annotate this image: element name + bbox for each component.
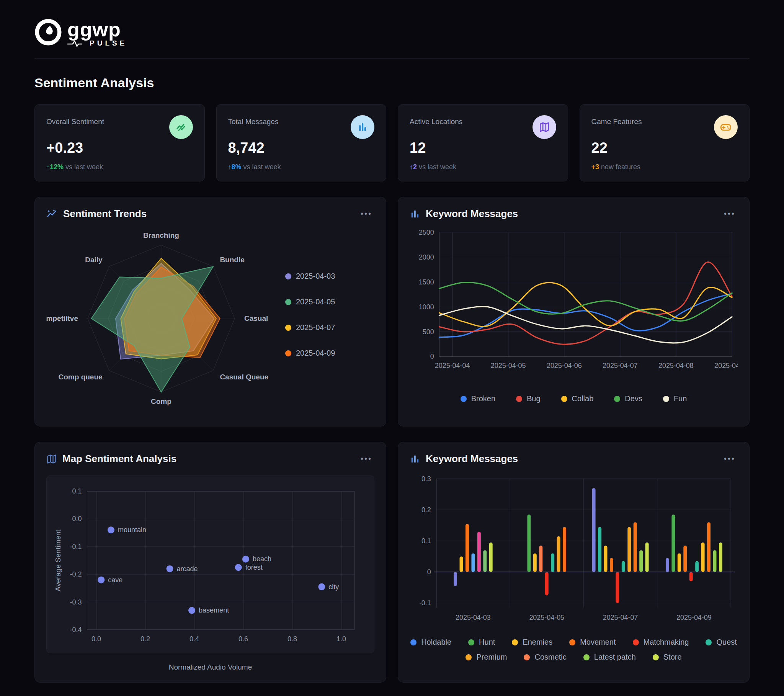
bar-legend-item-Hunt[interactable]: Hunt xyxy=(468,638,495,647)
radar-legend-item-2025-04-03[interactable]: 2025-04-03 xyxy=(285,272,335,280)
page-title: Sentiment Analysis xyxy=(35,76,749,90)
y-tick-label: -0.1 xyxy=(419,599,431,607)
legend-label: 2025-04-05 xyxy=(296,297,335,306)
bar-legend-item-Store[interactable]: Store xyxy=(653,653,682,661)
stat-label: Total Messages xyxy=(228,115,279,126)
stat-value: 12 xyxy=(410,140,556,156)
stat-label: Game Features xyxy=(591,115,642,126)
scatter-point-beach[interactable] xyxy=(242,556,249,562)
stat-value: 22 xyxy=(591,140,738,156)
line-chart: 050010001500200025002025-04-042025-04-05… xyxy=(410,224,738,384)
sentiment-trends-menu-button[interactable]: ••• xyxy=(358,208,374,220)
legend-dot-icon xyxy=(285,325,292,331)
y-tick-label: 0.2 xyxy=(422,506,431,514)
panel-title-map-sentiment: Map Sentiment Analysis xyxy=(63,453,353,465)
bar-legend-item-Quest[interactable]: Quest xyxy=(705,638,736,647)
bar xyxy=(533,553,537,572)
bar-chart-icon xyxy=(410,209,420,219)
bar-legend-item-Premium[interactable]: Premium xyxy=(466,653,507,661)
line-chart-area: 050010001500200025002025-04-042025-04-05… xyxy=(410,224,738,403)
map-sentiment-menu-button[interactable]: ••• xyxy=(358,453,374,465)
legend-dot-icon xyxy=(468,639,474,645)
radar-axis-label: Competiitve xyxy=(46,314,78,322)
legend-dot-icon xyxy=(285,350,292,356)
legend-label: Movement xyxy=(580,638,616,647)
x-tick-label: 2025-04-06 xyxy=(547,362,582,369)
radar-legend-item-2025-04-05[interactable]: 2025-04-05 xyxy=(285,297,335,306)
brand-logo[interactable]: ggwp PULSE xyxy=(35,18,749,48)
y-tick-label: 1500 xyxy=(419,278,434,286)
map-icon xyxy=(532,115,556,139)
bar xyxy=(719,543,722,572)
legend-dot-icon xyxy=(705,639,712,645)
bar-chart-area: 0.30.20.10-0.12025-04-032025-04-052025-0… xyxy=(410,468,738,661)
radar-legend-item-2025-04-09[interactable]: 2025-04-09 xyxy=(285,349,335,358)
stat-value: 8,742 xyxy=(228,140,375,156)
y-tick-label: 0 xyxy=(430,353,434,360)
bar-legend-item-Movement[interactable]: Movement xyxy=(569,638,616,647)
bar-chart-legend: HoldableHuntEnemiesMovementMatchmakingQu… xyxy=(410,638,738,661)
brand-logo-icon xyxy=(35,18,62,46)
bar xyxy=(592,488,596,572)
panel-title-keyword-lines: Keyword Messages xyxy=(426,208,716,220)
y-tick-label: 2500 xyxy=(419,229,434,236)
legend-label: Bug xyxy=(527,394,540,403)
gamepad-icon xyxy=(714,115,738,139)
keyword-lines-menu-button[interactable]: ••• xyxy=(721,208,738,220)
bar xyxy=(483,550,487,572)
line-legend-item-Collab[interactable]: Collab xyxy=(561,394,594,403)
stat-delta: ↑2 vs last week xyxy=(410,163,556,171)
bar xyxy=(460,557,463,572)
bar xyxy=(454,572,457,586)
panel-title-keyword-bars: Keyword Messages xyxy=(426,453,716,465)
legend-dot-icon xyxy=(512,639,518,645)
legend-dot-icon xyxy=(614,396,620,402)
trend-up-icon xyxy=(169,115,193,139)
scatter-point-label: basement xyxy=(199,607,229,614)
grouped-bar-chart: 0.30.20.10-0.12025-04-032025-04-052025-0… xyxy=(410,468,738,628)
panel-keyword-bars: Keyword Messages ••• 0.30.20.10-0.12025-… xyxy=(398,442,749,683)
bar xyxy=(639,550,643,572)
stat-card-0: Overall Sentiment+0.23↑12% vs last week xyxy=(35,104,205,181)
bar xyxy=(563,527,566,572)
x-tick-label: 1.0 xyxy=(336,635,346,643)
scatter-point-cave[interactable] xyxy=(98,577,104,584)
line-legend-item-Fun[interactable]: Fun xyxy=(663,394,687,403)
legend-label: Store xyxy=(664,653,682,661)
scatter-point-basement[interactable] xyxy=(188,607,195,614)
line-legend-item-Devs[interactable]: Devs xyxy=(614,394,642,403)
scatter-point-city[interactable] xyxy=(318,584,325,590)
bar xyxy=(527,515,530,572)
radar-legend-item-2025-04-07[interactable]: 2025-04-07 xyxy=(285,323,335,332)
bar xyxy=(666,558,669,572)
line-series-Fun xyxy=(440,307,732,343)
line-legend-item-Broken[interactable]: Broken xyxy=(461,394,495,403)
scatter-point-label: city xyxy=(328,583,339,591)
stat-card-2: Active Locations12↑2 vs last week xyxy=(398,104,568,181)
radar-axis-label: Daily xyxy=(85,256,102,264)
bar-legend-item-Matchmaking[interactable]: Matchmaking xyxy=(633,638,689,647)
x-tick-label: 0.0 xyxy=(92,635,101,643)
bar-legend-item-Holdable[interactable]: Holdable xyxy=(410,638,451,647)
x-tick-label: 0.2 xyxy=(140,635,150,643)
bar xyxy=(539,546,542,572)
scatter-point-label: cave xyxy=(108,576,122,584)
legend-dot-icon xyxy=(653,654,659,660)
y-tick-label: 0.1 xyxy=(72,487,82,495)
bar xyxy=(672,515,675,572)
legend-label: 2025-04-09 xyxy=(296,349,335,358)
x-tick-label: 0.4 xyxy=(189,635,199,643)
bar-legend-row-1: HoldableHuntEnemiesMovementMatchmakingQu… xyxy=(410,638,738,647)
bar-legend-item-Enemies[interactable]: Enemies xyxy=(512,638,552,647)
radar-axis-label: Comp xyxy=(151,397,171,406)
panel-head-keyword-bars: Keyword Messages ••• xyxy=(410,453,738,465)
scatter-point-forest[interactable] xyxy=(235,564,242,571)
bar xyxy=(701,543,705,572)
legend-label: Quest xyxy=(716,638,736,647)
bar-legend-item-Cosmetic[interactable]: Cosmetic xyxy=(524,653,566,661)
scatter-point-mountain[interactable] xyxy=(107,526,114,533)
scatter-point-arcade[interactable] xyxy=(166,566,173,572)
line-legend-item-Bug[interactable]: Bug xyxy=(516,394,540,403)
bar-legend-item-Latest patch[interactable]: Latest patch xyxy=(583,653,636,661)
keyword-bars-menu-button[interactable]: ••• xyxy=(721,453,738,465)
